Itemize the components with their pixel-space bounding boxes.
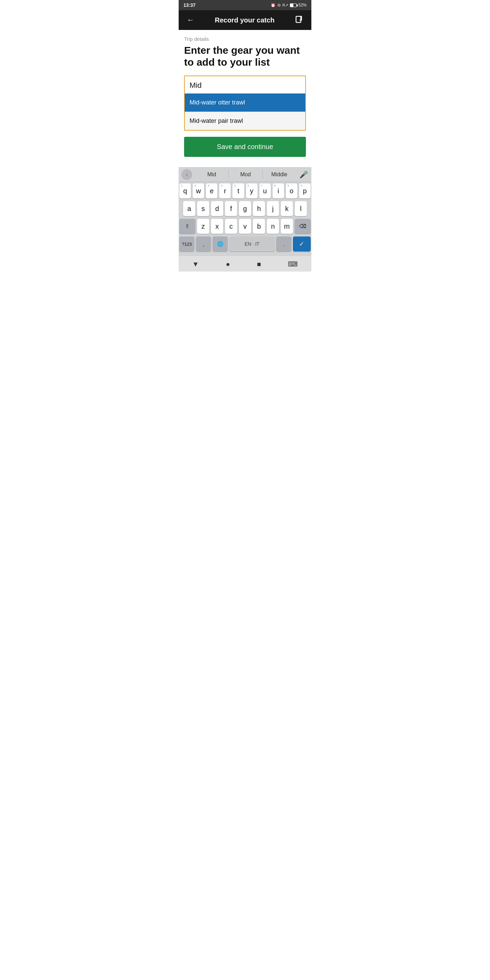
key-y[interactable]: 6y (246, 183, 258, 198)
key-e[interactable]: 3e (206, 183, 218, 198)
key-row-1: 1q 2w 3e 4r 5t 6y 7u 8i 9o 0p (179, 183, 311, 198)
gear-input-container: Mid-water otter trawl Mid-water pair tra… (184, 76, 306, 130)
period-key[interactable]: . (276, 237, 291, 251)
nav-recents-button[interactable]: ■ (251, 259, 266, 269)
key-f[interactable]: f (225, 201, 237, 216)
comma-key[interactable]: , (196, 237, 211, 251)
key-k[interactable]: k (281, 201, 293, 216)
key-b[interactable]: b (253, 219, 265, 234)
keyboard-area: › Mid Mod Middle 🎤 1q 2w 3e 4r 5t 6y 7u … (179, 167, 311, 256)
key-x[interactable]: x (211, 219, 223, 234)
suggestions-row: › Mid Mod Middle 🎤 (179, 167, 311, 182)
mic-button[interactable]: 🎤 (299, 170, 308, 179)
key-g[interactable]: g (239, 201, 251, 216)
app-bar-title: Record your catch (197, 16, 292, 24)
share-button[interactable] (292, 13, 306, 28)
dropdown-item-1[interactable]: Mid-water pair trawl (185, 111, 305, 130)
dropdown-item-0[interactable]: Mid-water otter trawl (185, 94, 305, 111)
enter-button[interactable]: ✓ (293, 237, 311, 251)
key-u[interactable]: 7u (259, 183, 271, 198)
key-q[interactable]: 1q (179, 183, 191, 198)
key-c[interactable]: c (225, 219, 237, 234)
key-j[interactable]: j (267, 201, 279, 216)
suggestion-0[interactable]: Mid (195, 170, 229, 179)
space-key[interactable]: EN · IT (229, 237, 274, 251)
expand-suggestions-button[interactable]: › (181, 169, 192, 180)
delete-button[interactable]: ⌫ (295, 219, 311, 234)
key-row-2: a s d f g h j k l (179, 201, 311, 216)
battery-percent: 52% (298, 3, 307, 8)
signal-icon: R↗ (282, 3, 288, 8)
gear-search-input[interactable] (185, 76, 305, 93)
suggestion-1[interactable]: Mod (229, 170, 262, 179)
trip-details-label: Trip details (184, 36, 306, 42)
suggestion-items: Mid Mod Middle (195, 170, 296, 179)
globe-button[interactable]: 🌐 (213, 237, 228, 251)
key-m[interactable]: m (281, 219, 293, 234)
key-n[interactable]: n (267, 219, 279, 234)
key-row-4: ?123 , 🌐 EN · IT . ✓ (179, 237, 311, 251)
nav-keyboard-button[interactable]: ⌨ (282, 259, 303, 269)
key-h[interactable]: h (253, 201, 265, 216)
share-icon (295, 15, 303, 24)
keys-area: 1q 2w 3e 4r 5t 6y 7u 8i 9o 0p a s d f g … (179, 182, 311, 256)
save-continue-button[interactable]: Save and continue (184, 137, 306, 157)
status-time: 13:37 (183, 2, 196, 8)
dropdown-list: Mid-water otter trawl Mid-water pair tra… (185, 93, 305, 130)
nav-bar: ▼ ● ■ ⌨ (179, 256, 311, 272)
dnd-icon: ⊖ (277, 3, 281, 8)
key-a[interactable]: a (183, 201, 195, 216)
key-d[interactable]: d (211, 201, 223, 216)
svg-rect-0 (296, 16, 301, 22)
key-row-3: ⇧ z x c v b n m ⌫ (179, 219, 311, 234)
app-bar: ← Record your catch (179, 10, 311, 30)
key-w[interactable]: 2w (192, 183, 204, 198)
status-bar: 13:37 ⏰ ⊖ R↗ 52% (179, 0, 311, 10)
status-icons: ⏰ ⊖ R↗ 52% (270, 3, 307, 8)
key-l[interactable]: l (295, 201, 307, 216)
key-s[interactable]: s (197, 201, 209, 216)
battery-icon (290, 3, 297, 7)
key-z[interactable]: z (197, 219, 209, 234)
back-button[interactable]: ← (184, 13, 197, 27)
key-p[interactable]: 0p (299, 183, 311, 198)
key-i[interactable]: 8i (272, 183, 284, 198)
alarm-icon: ⏰ (270, 3, 275, 8)
suggestion-2[interactable]: Middle (263, 170, 296, 179)
key-o[interactable]: 9o (286, 183, 298, 198)
key-t[interactable]: 5t (232, 183, 244, 198)
main-content: Trip details Enter the gear you want to … (179, 30, 311, 157)
battery-fill (290, 4, 293, 7)
nav-back-button[interactable]: ▼ (187, 259, 205, 269)
numeric-button[interactable]: ?123 (179, 237, 194, 251)
page-heading: Enter the gear you want to add to your l… (184, 45, 306, 68)
key-r[interactable]: 4r (219, 183, 231, 198)
nav-home-button[interactable]: ● (221, 259, 235, 269)
shift-button[interactable]: ⇧ (179, 219, 195, 234)
key-v[interactable]: v (239, 219, 251, 234)
